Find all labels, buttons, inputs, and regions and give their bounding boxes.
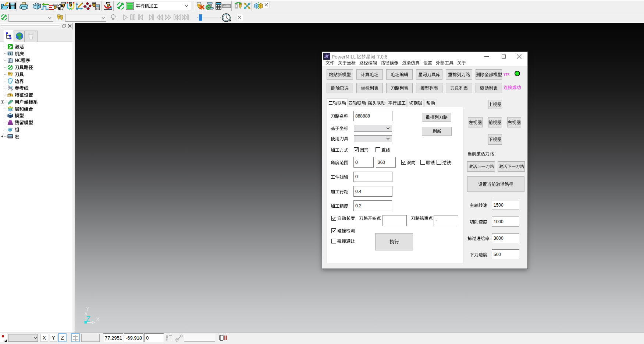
svg-text:z: z [166,339,168,341]
